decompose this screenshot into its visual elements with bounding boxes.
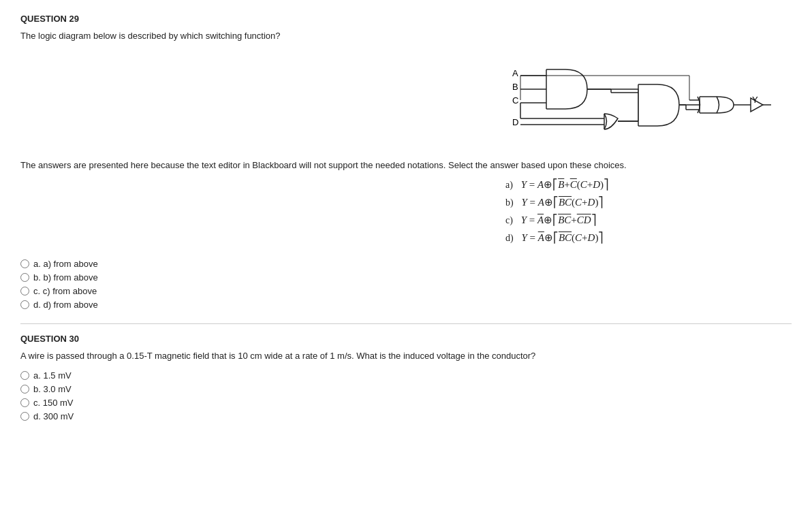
formula-a-letter: a) — [505, 180, 513, 191]
formula-d-letter: d) — [505, 233, 514, 244]
q30-label-b: b. 3.0 mV — [33, 384, 72, 394]
q30-radio-options: a. 1.5 mV b. 3.0 mV c. 150 mV d. 300 mV — [20, 370, 792, 421]
q29-answer-note: The answers are presented here because t… — [20, 160, 792, 170]
logic-diagram: A B C D — [505, 50, 764, 141]
question-29-label: QUESTION 29 — [20, 14, 792, 24]
formula-b-letter: b) — [505, 197, 514, 208]
question-29-block: QUESTION 29 The logic diagram below is d… — [20, 14, 792, 310]
section-divider — [20, 323, 792, 324]
q29-label-d: d. d) from above — [33, 300, 98, 310]
q30-radio-b[interactable] — [20, 385, 29, 394]
q29-label-c: c. c) from above — [33, 286, 97, 296]
question-30-block: QUESTION 30 A wire is passed through a 0… — [20, 334, 792, 421]
svg-text:C: C — [512, 95, 518, 106]
question-29-text: The logic diagram below is described by … — [20, 31, 792, 41]
q29-right: A B C D — [505, 50, 792, 152]
formula-c: c) Y = A⊕⎡BC+CD⎤ — [505, 214, 792, 226]
q29-radio-a[interactable] — [20, 259, 29, 268]
q30-option-a: a. 1.5 mV — [20, 370, 792, 381]
question-29-content: A B C D — [20, 50, 792, 152]
q29-option-b: b. b) from above — [20, 272, 792, 283]
q30-label-a: a. 1.5 mV — [33, 370, 72, 381]
q29-label-b: b. b) from above — [33, 272, 98, 283]
q29-radio-options: a. a) from above b. b) from above c. c) … — [20, 259, 792, 310]
formula-d: d) Y = A⊕⎡BC(C+D)⎤ — [505, 231, 792, 244]
question-30-label: QUESTION 30 — [20, 334, 792, 344]
formula-a: a) Y = A⊕⎡B+C(C+D)⎤ — [505, 178, 792, 191]
svg-text:D: D — [512, 117, 518, 127]
formula-b: b) Y = A⊕⎡BC(C+D)⎤ — [505, 196, 792, 208]
q29-option-d: d. d) from above — [20, 300, 792, 310]
svg-text:A: A — [512, 68, 518, 78]
question-30-text: A wire is passed through a 0.15-T magnet… — [20, 351, 792, 361]
q30-option-d: d. 300 mV — [20, 411, 792, 421]
q30-label-d: d. 300 mV — [33, 411, 74, 421]
q29-radio-c[interactable] — [20, 287, 29, 295]
q29-formulas-area: a) Y = A⊕⎡B+C(C+D)⎤ b) Y = A⊕⎡BC(C+D)⎤ c… — [20, 178, 792, 249]
q29-option-a: a. a) from above — [20, 259, 792, 269]
formula-b-expr: Y = A⊕⎡BC(C+D)⎤ — [519, 196, 604, 208]
q29-radio-b[interactable] — [20, 273, 29, 282]
q30-option-c: c. 150 mV — [20, 398, 792, 408]
svg-text:Y: Y — [752, 95, 758, 105]
q30-option-b: b. 3.0 mV — [20, 384, 792, 394]
q30-label-c: c. 150 mV — [33, 398, 74, 408]
formula-c-expr: Y = A⊕⎡BC+CD⎤ — [518, 214, 597, 226]
q30-radio-a[interactable] — [20, 371, 29, 380]
q29-label-a: a. a) from above — [33, 259, 98, 269]
q29-formulas: a) Y = A⊕⎡B+C(C+D)⎤ b) Y = A⊕⎡BC(C+D)⎤ c… — [505, 178, 792, 249]
q30-radio-c[interactable] — [20, 398, 29, 407]
q30-radio-d[interactable] — [20, 412, 29, 421]
formula-a-expr: Y = A⊕⎡B+C(C+D)⎤ — [518, 178, 609, 191]
svg-text:B: B — [512, 82, 518, 92]
q29-left — [20, 50, 492, 152]
q29-formula-spacer — [20, 178, 505, 249]
q29-radio-d[interactable] — [20, 300, 29, 309]
formula-c-letter: c) — [505, 215, 513, 226]
formula-d-expr: Y = A⊕⎡BC(C+D)⎤ — [519, 231, 604, 244]
q29-option-c: c. c) from above — [20, 286, 792, 296]
